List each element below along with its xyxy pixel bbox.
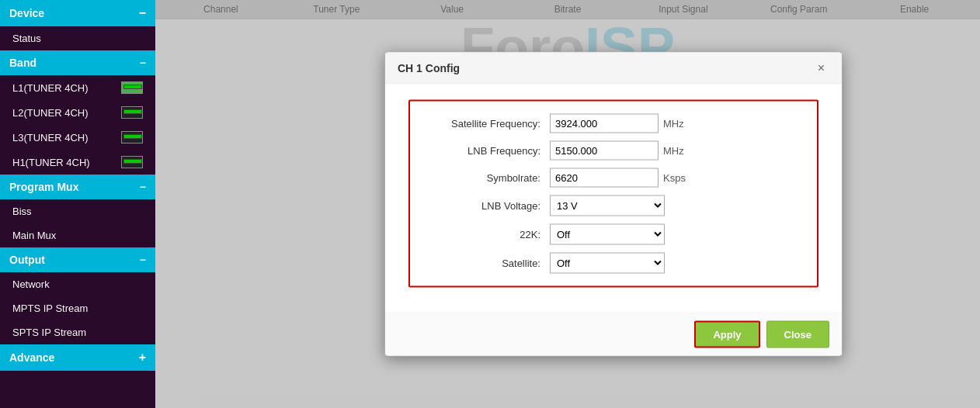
l1-label: L1(TUNER 4CH) (12, 82, 89, 94)
l3-band-icon (121, 131, 143, 143)
band-collapse-icon[interactable]: − (140, 57, 146, 69)
modal-footer: Apply Close (385, 313, 842, 356)
sidebar-advance-header[interactable]: Advance + (0, 344, 155, 371)
satellite-freq-label: Satellite Frequency: (426, 118, 550, 130)
satellite-row: Satellite: Off On (426, 253, 801, 274)
sidebar-device-header[interactable]: Device − (0, 0, 155, 26)
l2-band-icon (121, 106, 143, 119)
lnb-voltage-label: LNB Voltage: (426, 200, 550, 212)
output-label: Output (9, 254, 45, 266)
satellite-select[interactable]: Off On (550, 253, 665, 274)
symbolrate-input[interactable] (550, 168, 659, 188)
config-form-section: Satellite Frequency: MHz LNB Frequency: … (408, 100, 818, 288)
band-label: Band (9, 57, 36, 69)
lnb-freq-unit: MHz (663, 145, 684, 157)
sidebar-program-mux-header[interactable]: Program Mux − (0, 175, 155, 199)
sidebar-output-header[interactable]: Output − (0, 247, 155, 272)
lnb-voltage-row: LNB Voltage: 13 V 18 V Off (426, 195, 801, 216)
modal-title: CH 1 Config (398, 62, 460, 74)
main-content: Channel Tuner Type Value Bitrate Input S… (155, 0, 980, 408)
program-mux-collapse-icon[interactable]: − (140, 181, 146, 193)
h1-label: H1(TUNER 4CH) (12, 157, 90, 168)
symbolrate-label: Symbolrate: (426, 172, 550, 184)
h1-band-icon (121, 156, 143, 168)
sidebar: Device − Status Band − L1(TUNER 4CH) L2(… (0, 0, 155, 408)
l1-band-icon (121, 81, 143, 94)
close-modal-button[interactable]: Close (766, 321, 829, 348)
mpts-label: MPTS IP Stream (12, 303, 88, 314)
device-label: Device (9, 7, 44, 19)
lnb-freq-row: LNB Frequency: MHz (426, 141, 801, 161)
symbolrate-row: Symbolrate: Ksps (426, 168, 801, 188)
22k-select[interactable]: Off On (550, 224, 665, 245)
modal-close-x-button[interactable]: × (813, 61, 829, 76)
status-label: Status (12, 33, 41, 44)
l3-label: L3(TUNER 4CH) (12, 132, 89, 143)
network-label: Network (12, 278, 50, 290)
l2-label: L2(TUNER 4CH) (12, 107, 89, 119)
apply-button[interactable]: Apply (694, 321, 759, 348)
modal-header: CH 1 Config × (385, 53, 842, 85)
sidebar-item-spts[interactable]: SPTS IP Stream (0, 320, 155, 344)
sidebar-item-biss[interactable]: Biss (0, 199, 155, 223)
sidebar-item-mpts[interactable]: MPTS IP Stream (0, 296, 155, 320)
satellite-freq-input[interactable] (550, 114, 659, 133)
satellite-label: Satellite: (426, 258, 550, 269)
lnb-freq-label: LNB Frequency: (426, 145, 550, 157)
sidebar-item-l3[interactable]: L3(TUNER 4CH) (0, 125, 155, 150)
sidebar-item-status[interactable]: Status (0, 26, 155, 50)
output-collapse-icon[interactable]: − (140, 254, 146, 266)
spts-label: SPTS IP Stream (12, 327, 86, 338)
22k-label: 22K: (426, 229, 550, 240)
sidebar-band-header[interactable]: Band − (0, 50, 155, 75)
advance-expand-icon[interactable]: + (139, 351, 146, 365)
sidebar-item-main-mux[interactable]: Main Mux (0, 223, 155, 247)
advance-label: Advance (9, 351, 54, 364)
lnb-freq-input[interactable] (550, 141, 659, 161)
satellite-freq-unit: MHz (663, 118, 684, 130)
sidebar-item-l1[interactable]: L1(TUNER 4CH) (0, 75, 155, 100)
device-collapse-icon[interactable]: − (139, 6, 146, 20)
modal-body: Satellite Frequency: MHz LNB Frequency: … (385, 85, 842, 313)
ch1-config-modal: CH 1 Config × Satellite Frequency: MHz L… (384, 52, 843, 357)
symbolrate-unit: Ksps (663, 172, 686, 184)
sidebar-item-network[interactable]: Network (0, 272, 155, 296)
satellite-freq-row: Satellite Frequency: MHz (426, 114, 801, 133)
program-mux-label: Program Mux (9, 181, 78, 193)
sidebar-item-h1[interactable]: H1(TUNER 4CH) (0, 150, 155, 175)
main-mux-label: Main Mux (12, 230, 56, 241)
lnb-voltage-select[interactable]: 13 V 18 V Off (550, 195, 665, 216)
biss-label: Biss (12, 206, 32, 217)
sidebar-item-l2[interactable]: L2(TUNER 4CH) (0, 100, 155, 125)
22k-row: 22K: Off On (426, 224, 801, 245)
